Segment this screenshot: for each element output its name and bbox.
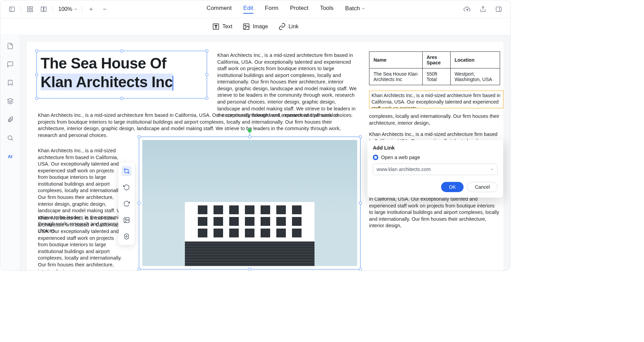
divider <box>21 5 21 13</box>
td-location: Westport, Washington, USA <box>450 68 500 85</box>
subtool-text[interactable]: TText <box>212 23 232 30</box>
zoom-value: 100% <box>58 6 72 12</box>
svg-rect-5 <box>31 10 33 12</box>
divider <box>82 5 82 13</box>
link-option-web[interactable]: Open a web page <box>373 155 498 160</box>
add-link-popover: Add Link Open a web page www.klan archit… <box>367 140 503 198</box>
th-name: Name <box>369 52 423 68</box>
cloud-upload-icon[interactable] <box>463 4 472 14</box>
search-icon[interactable] <box>5 133 15 143</box>
rotate-left-icon[interactable] <box>121 182 132 192</box>
subtool-text-label: Text <box>222 24 232 30</box>
zoom-in-icon[interactable] <box>86 4 96 14</box>
svg-rect-3 <box>31 6 33 9</box>
tab-comment[interactable]: Comment <box>207 5 232 14</box>
link-target-text[interactable]: Khan Architects Inc., is a mid-sized arc… <box>369 91 503 108</box>
edit-subbar: TText Image Link <box>0 18 510 35</box>
document-title[interactable]: The Sea House OfKlan Architects Inc <box>41 54 173 91</box>
td-name: The Sea House Klan Architects Inc <box>369 68 423 85</box>
divider <box>53 5 53 13</box>
svg-rect-7 <box>44 7 46 11</box>
svg-rect-6 <box>41 7 44 11</box>
canvas[interactable]: The Sea House OfKlan Architects Inc Khan… <box>20 35 510 270</box>
link-url-input[interactable]: www.klan architects.com <box>373 164 498 175</box>
thumbnails-icon[interactable] <box>25 4 35 14</box>
building-photo <box>142 140 357 266</box>
image-toolbar <box>118 162 135 245</box>
svg-rect-0 <box>10 7 15 11</box>
ok-button[interactable]: OK <box>441 182 464 192</box>
tab-protect[interactable]: Protect <box>290 5 308 14</box>
panel-toggle-icon[interactable] <box>494 4 503 14</box>
cancel-button[interactable]: Cancel <box>467 182 498 192</box>
svg-text:T: T <box>215 24 217 29</box>
crop-icon[interactable] <box>121 166 132 176</box>
subtool-image[interactable]: Image <box>243 23 268 30</box>
page: The Sea House OfKlan Architects Inc Khan… <box>27 42 503 270</box>
zoom-out-icon[interactable] <box>100 4 109 14</box>
td-area: 550ft Total <box>422 68 450 85</box>
tab-batch[interactable]: Batch <box>345 5 365 14</box>
link-url-value: www.klan architects.com <box>377 167 431 172</box>
attachment-icon[interactable] <box>5 115 15 124</box>
zoom-dropdown[interactable]: 100% <box>58 6 78 12</box>
bookmark-icon[interactable] <box>5 78 15 88</box>
replace-image-icon[interactable] <box>121 215 132 225</box>
share-icon[interactable] <box>478 4 488 14</box>
subtool-link-label: Link <box>289 24 298 30</box>
settings-icon[interactable] <box>121 231 132 242</box>
tab-tools[interactable]: Tools <box>320 5 334 14</box>
link-option-label: Open a web page <box>381 155 420 160</box>
page-icon[interactable] <box>5 41 15 51</box>
radio-selected-icon <box>373 155 378 160</box>
popover-title: Add Link <box>373 145 498 151</box>
rotate-handle[interactable] <box>248 128 252 133</box>
svg-point-18 <box>245 25 246 26</box>
tab-form[interactable]: Form <box>265 5 279 14</box>
left-sidebar: AI <box>0 35 20 270</box>
svg-marker-19 <box>7 98 13 101</box>
subtool-image-label: Image <box>253 24 268 30</box>
image-selection[interactable] <box>139 137 361 269</box>
topbar: 100% Comment Edit Form Protect Tools Bat… <box>0 0 510 18</box>
subtool-link[interactable]: Link <box>278 23 298 30</box>
comment-icon[interactable] <box>5 60 15 69</box>
chevron-down-icon <box>490 167 494 171</box>
layers-icon[interactable] <box>5 96 15 106</box>
paragraph[interactable]: complexes, locally and internationally. … <box>369 113 500 126</box>
svg-point-20 <box>8 136 12 140</box>
paragraph[interactable]: Khan Architects Inc., is a mid-sized arc… <box>217 52 357 119</box>
svg-point-25 <box>126 236 127 237</box>
tab-edit[interactable]: Edit <box>243 5 253 14</box>
svg-rect-2 <box>28 6 30 9</box>
ai-button[interactable]: AI <box>5 152 15 161</box>
paragraph[interactable]: Khan Architects Inc., is a mid-sized arc… <box>38 112 348 139</box>
sidebar-toggle-icon[interactable] <box>7 4 17 14</box>
rotate-right-icon[interactable] <box>121 199 132 209</box>
th-area: Ares Space <box>422 52 450 68</box>
svg-marker-24 <box>125 234 129 239</box>
paragraph[interactable]: Khan Architects Inc., is a mid-sized arc… <box>38 215 125 270</box>
two-page-icon[interactable] <box>39 4 48 14</box>
svg-point-23 <box>125 219 126 220</box>
svg-rect-4 <box>28 10 30 12</box>
th-location: Location <box>450 52 500 68</box>
info-table: NameAres SpaceLocation The Sea House Kla… <box>369 51 500 85</box>
svg-rect-13 <box>496 7 501 11</box>
svg-line-21 <box>11 139 13 140</box>
